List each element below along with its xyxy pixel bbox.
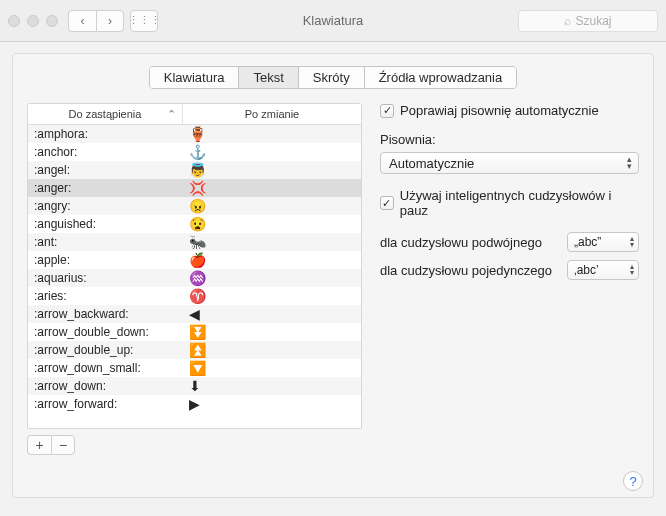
table-header: Do zastąpienia ⌃ Po zmianie <box>28 104 361 125</box>
with-cell: 😠 <box>183 197 361 215</box>
replace-cell: :aries: <box>28 287 183 305</box>
replace-cell: :arrow_backward: <box>28 305 183 323</box>
remove-button[interactable]: − <box>51 435 75 455</box>
minimize-dot[interactable] <box>27 15 39 27</box>
updown-icon: ▴▾ <box>627 156 632 170</box>
titlebar: ‹ › ⋮⋮⋮ Klawiatura ⌕ Szukaj <box>0 0 666 42</box>
replace-cell: :angry: <box>28 197 183 215</box>
table-row[interactable]: :apple:🍎 <box>28 251 361 269</box>
auto-correct-checkbox[interactable]: ✓ <box>380 104 394 118</box>
table-row[interactable]: :aquarius:♒ <box>28 269 361 287</box>
col-with-header[interactable]: Po zmianie <box>183 104 361 124</box>
col-replace-label: Do zastąpienia <box>69 108 142 120</box>
with-cell: ⬇ <box>183 377 361 395</box>
check-icon: ✓ <box>382 197 391 210</box>
table-row[interactable]: :angry:😠 <box>28 197 361 215</box>
replace-cell: :arrow_double_down: <box>28 323 183 341</box>
double-quote-label: dla cudzysłowu podwójnego <box>380 235 559 250</box>
table-row[interactable]: :arrow_down:⬇ <box>28 377 361 395</box>
spelling-value: Automatycznie <box>389 156 474 171</box>
tab-shortcuts[interactable]: Skróty <box>299 67 365 88</box>
double-quote-value: „abc” <box>574 235 601 249</box>
auto-correct-label: Poprawiaj pisownię automatycznie <box>400 103 599 118</box>
content: Klawiatura Tekst Skróty Źródła wprowadza… <box>0 42 666 509</box>
with-cell: 🔽 <box>183 359 361 377</box>
replace-cell: :aquarius: <box>28 269 183 287</box>
replace-cell: :anger: <box>28 179 183 197</box>
auto-correct-row[interactable]: ✓ Poprawiaj pisownię automatycznie <box>380 103 639 118</box>
table-row[interactable]: :anger:💢 <box>28 179 361 197</box>
with-cell: ◀ <box>183 305 361 323</box>
forward-button[interactable]: › <box>96 10 124 32</box>
replace-cell: :ant: <box>28 233 183 251</box>
table-row[interactable]: :arrow_double_down:⏬ <box>28 323 361 341</box>
table-row[interactable]: :amphora:🏺 <box>28 125 361 143</box>
search-field[interactable]: ⌕ Szukaj <box>518 10 658 32</box>
replacements-column: Do zastąpienia ⌃ Po zmianie :amphora:🏺:a… <box>27 103 362 455</box>
with-cell: ⚓ <box>183 143 361 161</box>
replacements-table: Do zastąpienia ⌃ Po zmianie :amphora:🏺:a… <box>27 103 362 429</box>
single-quote-select[interactable]: ‚abc’ ▴▾ <box>567 260 639 280</box>
col-replace-header[interactable]: Do zastąpienia ⌃ <box>28 104 183 124</box>
replace-cell: :arrow_down: <box>28 377 183 395</box>
segmented-control: Klawiatura Tekst Skróty Źródła wprowadza… <box>149 66 517 89</box>
table-row[interactable]: :arrow_backward:◀ <box>28 305 361 323</box>
table-row[interactable]: :arrow_forward:▶ <box>28 395 361 413</box>
with-cell: ⏬ <box>183 323 361 341</box>
with-cell: ▶ <box>183 395 361 413</box>
spelling-select[interactable]: Automatycznie ▴▾ <box>380 152 639 174</box>
table-body[interactable]: :amphora:🏺:anchor:⚓:angel:👼:anger:💢:angr… <box>28 125 361 428</box>
updown-icon: ▴▾ <box>630 264 634 276</box>
table-row[interactable]: :anguished:😧 <box>28 215 361 233</box>
smart-quotes-row[interactable]: ✓ Używaj inteligentnych cudzysłowów i pa… <box>380 188 639 218</box>
with-cell: ♈ <box>183 287 361 305</box>
add-remove-bar: + − <box>27 435 362 455</box>
zoom-dot[interactable] <box>46 15 58 27</box>
replace-cell: :apple: <box>28 251 183 269</box>
double-quote-row: dla cudzysłowu podwójnego „abc” ▴▾ <box>380 232 639 252</box>
table-row[interactable]: :angel:👼 <box>28 161 361 179</box>
table-row[interactable]: :ant:🐜 <box>28 233 361 251</box>
with-cell: 💢 <box>183 179 361 197</box>
with-cell: 😧 <box>183 215 361 233</box>
replace-cell: :arrow_forward: <box>28 395 183 413</box>
sort-indicator-icon: ⌃ <box>167 108 176 121</box>
replace-cell: :amphora: <box>28 125 183 143</box>
tab-keyboard[interactable]: Klawiatura <box>150 67 240 88</box>
back-button[interactable]: ‹ <box>68 10 96 32</box>
smart-quotes-label: Używaj inteligentnych cudzysłowów i pauz <box>400 188 639 218</box>
search-placeholder: Szukaj <box>575 14 611 28</box>
replace-cell: :arrow_down_small: <box>28 359 183 377</box>
tab-input-sources[interactable]: Źródła wprowadzania <box>365 67 517 88</box>
smart-quotes-checkbox[interactable]: ✓ <box>380 196 394 210</box>
grid-icon: ⋮⋮⋮ <box>128 14 161 27</box>
table-row[interactable]: :arrow_down_small:🔽 <box>28 359 361 377</box>
with-cell: 🏺 <box>183 125 361 143</box>
table-row[interactable]: :anchor:⚓ <box>28 143 361 161</box>
close-dot[interactable] <box>8 15 20 27</box>
single-quote-label: dla cudzysłowu pojedynczego <box>380 263 559 278</box>
table-row[interactable]: :arrow_double_up:⏫ <box>28 341 361 359</box>
double-quote-select[interactable]: „abc” ▴▾ <box>567 232 639 252</box>
search-icon: ⌕ <box>564 14 571 28</box>
check-icon: ✓ <box>383 104 392 117</box>
replace-cell: :anchor: <box>28 143 183 161</box>
with-cell: ⏫ <box>183 341 361 359</box>
options-column: ✓ Poprawiaj pisownię automatycznie Pisow… <box>380 103 639 455</box>
tab-text[interactable]: Tekst <box>239 67 298 88</box>
add-button[interactable]: + <box>27 435 51 455</box>
with-cell: 🐜 <box>183 233 361 251</box>
replace-cell: :angel: <box>28 161 183 179</box>
table-row[interactable]: :aries:♈ <box>28 287 361 305</box>
nav-buttons: ‹ › <box>68 10 124 32</box>
show-all-button[interactable]: ⋮⋮⋮ <box>130 10 158 32</box>
tabs-bar: Klawiatura Tekst Skróty Źródła wprowadza… <box>27 66 639 89</box>
with-cell: 🍎 <box>183 251 361 269</box>
chevron-left-icon: ‹ <box>81 14 85 28</box>
with-cell: ♒ <box>183 269 361 287</box>
window-title: Klawiatura <box>303 13 364 28</box>
replace-cell: :anguished: <box>28 215 183 233</box>
help-button[interactable]: ? <box>623 471 643 491</box>
replace-cell: :arrow_double_up: <box>28 341 183 359</box>
single-quote-value: ‚abc’ <box>574 263 599 277</box>
